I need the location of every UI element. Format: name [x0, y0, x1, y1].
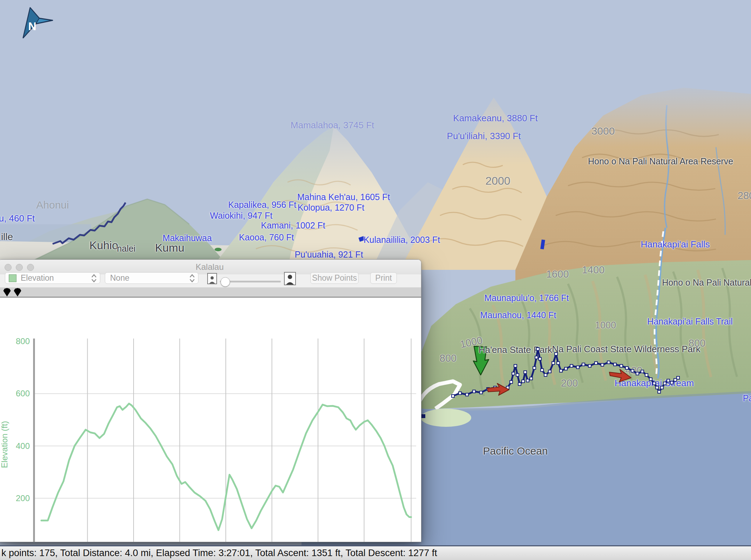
- svg-text:600: 600: [16, 389, 30, 398]
- chart-toolbar: Elevation None Show Poi: [0, 274, 421, 287]
- north-compass-icon: N: [10, 3, 59, 45]
- series-color-swatch: [9, 274, 16, 282]
- chevron-up-down-icon: [189, 274, 195, 283]
- svg-text:N: N: [28, 20, 36, 33]
- app-screen: Ahonuiu, 460 FtilleKuhionaleiKumuMakaihu…: [0, 0, 751, 560]
- status-bar: k points: 175, Total Distance: 4.0 mi, E…: [0, 545, 751, 560]
- chevron-up-down-icon: [91, 274, 97, 283]
- svg-text:Elevation (ft): Elevation (ft): [0, 421, 9, 468]
- show-points-button[interactable]: Show Points: [310, 272, 359, 284]
- series-select[interactable]: Elevation: [5, 272, 100, 284]
- print-button[interactable]: Print: [370, 272, 397, 284]
- range-marker-strip: [0, 287, 421, 298]
- secondary-select-value: None: [110, 273, 129, 283]
- svg-text:800: 800: [16, 336, 30, 346]
- size-slider-thumb[interactable]: [221, 277, 230, 287]
- small-person-icon: [207, 273, 217, 284]
- series-select-value: Elevation: [21, 273, 54, 283]
- elevation-chart: 0.00.51.01.52.02.53.03.54.01020040060080…: [0, 298, 421, 542]
- range-marker-pin[interactable]: [3, 288, 11, 296]
- svg-text:400: 400: [16, 441, 30, 451]
- large-person-icon: [284, 272, 296, 285]
- elevation-profile-window: Kalalau Elevation None: [0, 259, 421, 542]
- svg-text:200: 200: [16, 493, 30, 503]
- secondary-select[interactable]: None: [105, 272, 198, 284]
- status-bar-text: k points: 175, Total Distance: 4.0 mi, E…: [1, 546, 437, 560]
- range-marker-pin[interactable]: [14, 288, 21, 296]
